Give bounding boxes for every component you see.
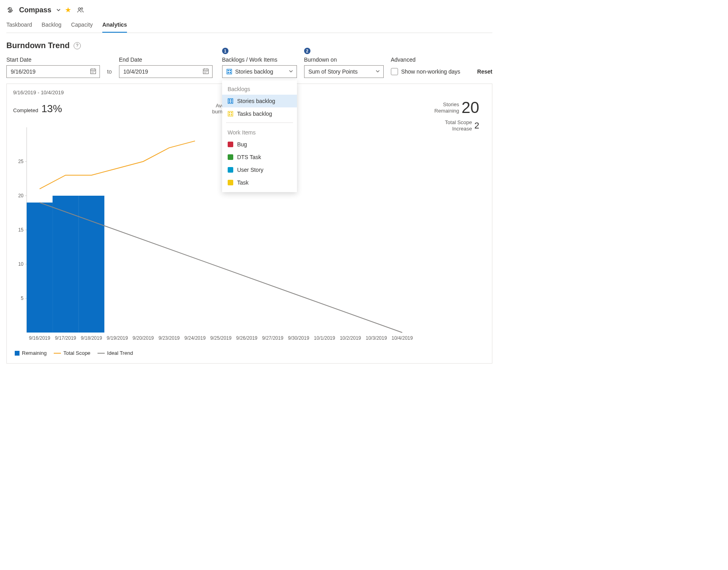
svg-rect-9 <box>228 99 233 103</box>
workitem-icon <box>228 167 233 173</box>
svg-text:10: 10 <box>18 261 24 267</box>
svg-rect-6 <box>230 70 231 71</box>
end-date-field: End Date 10/4/2019 <box>119 56 213 78</box>
workitem-icon <box>228 180 233 185</box>
dd-group-workitems: Work Items <box>222 125 297 138</box>
chevron-down-icon <box>375 68 380 75</box>
dropdown-item-label: DTS Task <box>237 154 261 160</box>
svg-text:5: 5 <box>21 296 23 301</box>
svg-text:9/19/2019: 9/19/2019 <box>107 335 128 341</box>
svg-text:9/23/2019: 9/23/2019 <box>158 335 180 341</box>
start-date-value: 9/16/2019 <box>11 68 35 75</box>
show-nonworking-checkbox[interactable] <box>391 68 398 75</box>
stat-completed: Completed 13% <box>13 103 62 115</box>
burndown-on-dropdown[interactable]: Sum of Story Points <box>304 65 384 78</box>
page-title-row: Burndown Trend ? <box>6 41 492 50</box>
backlogs-dropdown[interactable]: Stories backlog <box>222 65 297 78</box>
start-date-field: Start Date 9/16/2019 <box>6 56 100 78</box>
step-badge-1: 1 <box>222 48 228 54</box>
step-badge-2: 2 <box>304 48 310 54</box>
favorite-star-icon[interactable]: ★ <box>65 6 71 14</box>
project-title[interactable]: Compass <box>19 6 51 14</box>
svg-text:10/3/2019: 10/3/2019 <box>366 335 387 341</box>
project-chevron-down-icon[interactable] <box>56 8 61 12</box>
svg-rect-14 <box>228 111 233 116</box>
svg-text:10/4/2019: 10/4/2019 <box>392 335 413 341</box>
team-icon[interactable] <box>77 6 84 14</box>
tab-taskboard[interactable]: Taskboard <box>6 18 32 33</box>
dropdown-item-user-story[interactable]: User Story <box>222 163 297 176</box>
legend-remaining-swatch <box>15 351 20 356</box>
chart-legend: Remaining Total Scope Ideal Trend <box>15 350 486 356</box>
svg-text:9/17/2019: 9/17/2019 <box>55 335 76 341</box>
backlog-icon <box>226 69 232 74</box>
dropdown-item-label: Bug <box>237 141 247 148</box>
reset-button[interactable]: Reset <box>477 66 492 78</box>
svg-text:9/18/2019: 9/18/2019 <box>81 335 102 341</box>
filter-bar: Start Date 9/16/2019 to End Date 10/4/20… <box>6 56 492 78</box>
svg-text:9/16/2019: 9/16/2019 <box>29 335 51 341</box>
legend-ideal-trend-label: Ideal Trend <box>107 350 133 356</box>
legend-remaining: Remaining <box>15 350 47 356</box>
dropdown-item-label: User Story <box>237 167 263 173</box>
legend-remaining-label: Remaining <box>22 350 47 356</box>
burndown-on-field: 2 Burndown on Sum of Story Points <box>304 56 384 78</box>
svg-text:9/20/2019: 9/20/2019 <box>133 335 154 341</box>
workitem-icon <box>228 142 233 147</box>
backlogs-label: Backlogs / Work Items <box>222 56 297 63</box>
start-date-input[interactable]: 9/16/2019 <box>6 65 100 78</box>
backlogs-field: 1 Backlogs / Work Items Stories backlog … <box>222 56 297 78</box>
end-date-input[interactable]: 10/4/2019 <box>119 65 213 78</box>
svg-text:9/27/2019: 9/27/2019 <box>262 335 283 341</box>
svg-rect-46 <box>53 196 78 333</box>
help-icon[interactable]: ? <box>74 42 81 49</box>
dropdown-item-label: Tasks backlog <box>237 111 272 117</box>
tab-capacity[interactable]: Capacity <box>71 18 92 33</box>
svg-text:20: 20 <box>18 193 24 198</box>
dropdown-item-label: Task <box>237 179 249 186</box>
show-nonworking-label: Show non-working days <box>401 68 461 75</box>
svg-text:25: 25 <box>18 159 24 164</box>
svg-rect-10 <box>229 99 230 101</box>
dropdown-item-stories-backlog[interactable]: Stories backlog <box>222 95 297 107</box>
svg-text:9/26/2019: 9/26/2019 <box>236 335 258 341</box>
svg-rect-15 <box>229 112 230 113</box>
svg-rect-45 <box>27 202 53 333</box>
tab-backlog[interactable]: Backlog <box>42 18 62 33</box>
svg-rect-11 <box>231 99 232 101</box>
stat-remaining-l2: Remaining <box>434 108 459 114</box>
svg-rect-4 <box>227 69 232 74</box>
calendar-icon <box>90 68 96 76</box>
svg-text:15: 15 <box>18 227 24 233</box>
svg-rect-18 <box>231 114 232 115</box>
dropdown-item-dts-task[interactable]: DTS Task <box>222 151 297 163</box>
dd-group-backlogs: Backlogs <box>222 82 297 95</box>
backlog-icon <box>228 111 233 117</box>
to-label: to <box>107 68 112 78</box>
stat-remaining-l1: Stories <box>443 101 459 107</box>
backlogs-dropdown-popup: Backlogs Stories backlogTasks backlog Wo… <box>222 80 297 192</box>
dropdown-item-task[interactable]: Task <box>222 176 297 189</box>
advanced-label: Advanced <box>391 56 461 63</box>
burndown-on-label: Burndown on <box>304 56 384 63</box>
svg-rect-16 <box>231 112 232 113</box>
end-date-label: End Date <box>119 56 213 63</box>
stat-completed-value: 13% <box>41 103 62 115</box>
dropdown-separator <box>226 123 293 123</box>
advanced-field: Advanced Show non-working days <box>391 56 461 78</box>
dropdown-item-label: Stories backlog <box>237 98 275 104</box>
svg-rect-47 <box>78 196 104 333</box>
sprint-icon <box>6 6 14 14</box>
svg-text:9/30/2019: 9/30/2019 <box>288 335 310 341</box>
svg-rect-13 <box>231 101 232 103</box>
svg-point-0 <box>78 8 80 10</box>
chevron-down-icon <box>289 68 293 75</box>
dropdown-item-bug[interactable]: Bug <box>222 138 297 151</box>
stat-remaining: Stories Remaining 20 <box>434 99 479 117</box>
dropdown-item-tasks-backlog[interactable]: Tasks backlog <box>222 107 297 120</box>
backlog-icon <box>228 98 233 104</box>
svg-text:10/2/2019: 10/2/2019 <box>340 335 361 341</box>
tab-analytics[interactable]: Analytics <box>102 18 127 33</box>
pivot-tabs: Taskboard Backlog Capacity Analytics <box>6 18 492 33</box>
legend-total-scope-label: Total Scope <box>63 350 90 356</box>
